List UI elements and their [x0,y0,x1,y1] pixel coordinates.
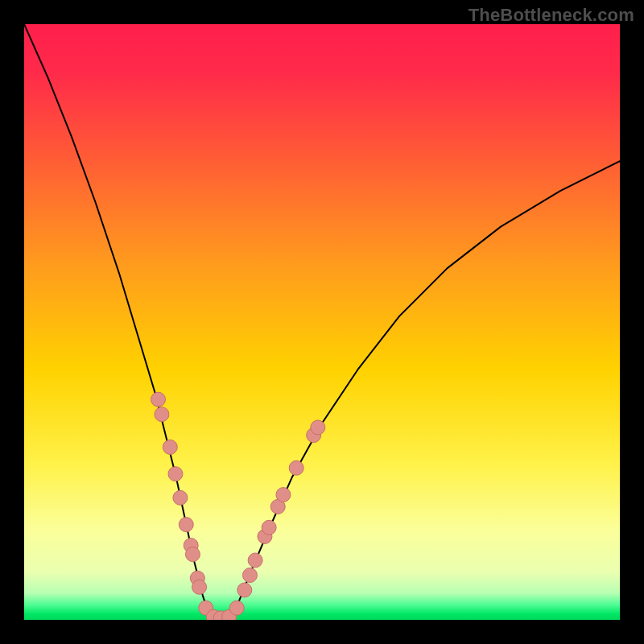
data-marker [179,518,193,532]
data-marker [262,520,276,535]
data-marker [237,583,252,597]
data-marker [155,407,169,422]
data-marker [289,460,303,475]
data-marker [192,580,207,594]
chart-frame: TheBottleneck.com [0,0,644,644]
data-marker [151,392,166,407]
data-marker [276,488,291,502]
watermark-label: TheBottleneck.com [469,5,634,26]
plot-area [24,24,620,620]
data-marker [163,440,177,454]
data-marker [229,601,244,615]
data-marker [248,553,262,568]
gradient-bg [24,24,620,620]
data-marker [242,568,257,583]
data-marker [311,420,325,435]
plot-svg [24,24,620,620]
data-marker [168,467,183,481]
data-marker [185,547,200,562]
data-marker [173,490,188,505]
